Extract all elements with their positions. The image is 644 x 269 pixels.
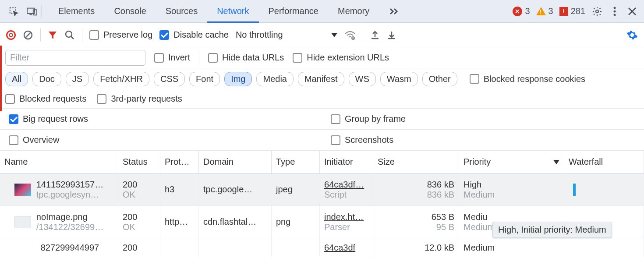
error-count[interactable]: ✕3 [511, 6, 531, 16]
chip-fetch-xhr[interactable]: Fetch/XHR [93, 72, 149, 86]
tab-network[interactable]: Network [207, 0, 258, 22]
status-code: 200 [123, 243, 156, 253]
filter-input[interactable] [5, 50, 145, 66]
close-icon[interactable] [625, 4, 640, 19]
protocol: http… [165, 217, 194, 227]
transfer-size: 836 kB [427, 180, 454, 190]
status-text: OK [123, 190, 156, 200]
chip-font[interactable]: Font [189, 72, 220, 86]
invert-label: Invert [168, 53, 190, 63]
sort-desc-icon [553, 160, 559, 164]
col-size[interactable]: Size [373, 151, 459, 173]
initiator-link[interactable]: 64ca3df [324, 243, 368, 253]
third-party-checkbox[interactable]: 3rd-party requests [97, 94, 182, 104]
invert-checkbox[interactable]: Invert [154, 53, 190, 63]
initiator-type: Script [324, 190, 368, 200]
chip-css[interactable]: CSS [154, 72, 185, 86]
initiator-type: Parser [324, 222, 368, 232]
search-icon[interactable] [64, 30, 75, 40]
device-toggle-icon[interactable] [23, 2, 41, 21]
inspect-icon[interactable] [4, 2, 23, 21]
big-rows-label: Big request rows [23, 114, 88, 124]
chip-all[interactable]: All [5, 72, 28, 86]
col-initiator[interactable]: Initiator [320, 151, 373, 173]
chip-js[interactable]: JS [66, 72, 89, 86]
overview-label: Overview [23, 135, 59, 145]
chip-ws[interactable]: WS [349, 72, 376, 86]
filter-row: Invert Hide data URLs Hide extension URL… [0, 47, 644, 68]
screenshots-checkbox[interactable]: Screenshots [331, 135, 393, 145]
view-options-1: Big request rows Group by frame [0, 109, 644, 130]
separator [82, 28, 82, 42]
col-status[interactable]: Status [118, 151, 160, 173]
chip-media[interactable]: Media [256, 72, 293, 86]
import-har-icon[interactable] [387, 30, 396, 40]
throttling-select[interactable]: No throttling [236, 30, 337, 40]
chip-doc[interactable]: Doc [32, 72, 61, 86]
request-path: tpc.googlesyn… [36, 190, 103, 200]
disable-cache-label: Disable cache [173, 30, 229, 40]
network-settings-icon[interactable] [626, 29, 638, 41]
clear-button[interactable] [23, 30, 33, 40]
chip-manifest[interactable]: Manifest [298, 72, 344, 86]
transfer-size: 12.0 kB [425, 243, 454, 253]
priority: High [464, 180, 559, 190]
tab-elements[interactable]: Elements [49, 0, 104, 22]
overview-checkbox[interactable]: Overview [9, 135, 59, 145]
network-conditions-icon[interactable] [344, 30, 356, 40]
more-icon[interactable] [607, 4, 622, 19]
table-header: Name Status Prot… Domain Type Initiator … [0, 151, 644, 173]
table-row[interactable]: 827299944997 200 64ca3df 12.0 kB Medium [0, 238, 644, 257]
screenshots-label: Screenshots [345, 135, 393, 145]
col-type[interactable]: Type [272, 151, 320, 173]
view-options-2: Overview Screenshots [0, 130, 644, 151]
tab-overflow[interactable] [379, 0, 409, 22]
hide-data-urls-checkbox[interactable]: Hide data URLs [208, 53, 284, 63]
type: png [276, 217, 315, 227]
chip-other[interactable]: Other [422, 72, 457, 86]
network-toolbar: Preserve log Disable cache No throttling [0, 23, 644, 47]
tab-performance[interactable]: Performance [259, 0, 329, 22]
svg-line-11 [25, 32, 31, 38]
chip-img[interactable]: Img [224, 72, 252, 86]
table-row[interactable]: 141152993157…tpc.googlesyn… 200OK h3 tpc… [0, 173, 644, 206]
settings-icon[interactable] [590, 4, 605, 19]
initiator-link[interactable]: 64ca3df… [324, 180, 368, 190]
warning-count[interactable]: 3 [534, 6, 555, 16]
record-button[interactable] [6, 30, 16, 40]
tab-sources[interactable]: Sources [156, 0, 207, 22]
request-name: 141152993157… [36, 180, 103, 190]
col-protocol[interactable]: Prot… [160, 151, 199, 173]
export-har-icon[interactable] [370, 30, 380, 40]
tab-memory[interactable]: Memory [328, 0, 379, 22]
disable-cache-checkbox[interactable]: Disable cache [159, 30, 229, 40]
preserve-log-checkbox[interactable]: Preserve log [89, 30, 152, 40]
request-name: 827299944997 [41, 243, 99, 253]
svg-point-12 [66, 31, 72, 37]
separator [41, 5, 42, 18]
col-priority[interactable]: Priority [459, 151, 564, 173]
big-rows-checkbox[interactable]: Big request rows [9, 114, 88, 124]
initiator-link[interactable]: index.ht… [324, 212, 368, 222]
chip-wasm[interactable]: Wasm [380, 72, 418, 86]
request-name: noImage.png [36, 212, 103, 222]
blocked-cookies-checkbox[interactable]: Blocked response cookies [470, 74, 585, 84]
filter-icon[interactable] [48, 30, 57, 40]
domain: cdn.flashtal… [203, 217, 267, 227]
activity-marker [0, 46, 2, 111]
col-name[interactable]: Name [0, 151, 118, 173]
svg-point-4 [596, 10, 598, 13]
hide-extension-urls-checkbox[interactable]: Hide extension URLs [293, 53, 389, 63]
type: jpeg [276, 184, 315, 195]
resource-size: 95 B [436, 222, 454, 232]
col-domain[interactable]: Domain [199, 151, 272, 173]
issue-count[interactable]: !281 [558, 6, 587, 16]
col-waterfall[interactable]: Waterfall [564, 151, 644, 173]
tab-console[interactable]: Console [104, 0, 156, 22]
extra-filter-row: Blocked requests 3rd-party requests [0, 89, 644, 109]
preserve-log-label: Preserve log [103, 30, 152, 40]
group-by-frame-checkbox[interactable]: Group by frame [331, 114, 406, 124]
blocked-requests-checkbox[interactable]: Blocked requests [5, 94, 86, 104]
priority-tooltip: High, Initial priority: Medium [492, 222, 612, 238]
devtools-tabbar: Elements Console Sources Network Perform… [0, 0, 644, 23]
